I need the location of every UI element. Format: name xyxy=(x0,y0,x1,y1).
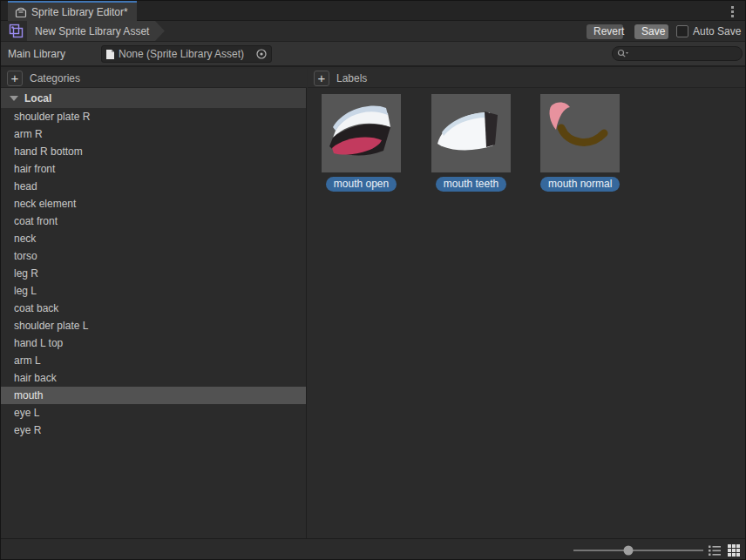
label-name-pill[interactable]: mouth normal xyxy=(540,177,620,192)
category-item[interactable]: hand L top xyxy=(1,334,306,352)
sprite-library-asset-icon xyxy=(9,24,24,38)
slider-knob[interactable] xyxy=(623,546,633,556)
auto-save-checkbox[interactable] xyxy=(676,25,688,37)
window-menu-button[interactable] xyxy=(726,3,738,19)
category-item[interactable]: arm L xyxy=(1,352,306,369)
category-item[interactable]: leg R xyxy=(1,265,306,282)
label-name-pill[interactable]: mouth open xyxy=(326,177,397,192)
category-item[interactable]: neck xyxy=(1,230,306,247)
main-library-label: Main Library xyxy=(8,48,65,60)
add-category-button[interactable]: + xyxy=(7,71,23,86)
mouth-open-sprite-thumbnail xyxy=(322,94,401,172)
labels-title: Labels xyxy=(336,72,367,84)
category-item[interactable]: neck element xyxy=(1,195,306,213)
category-item[interactable]: eye L xyxy=(1,404,306,422)
labels-header: + Labels xyxy=(308,69,746,88)
categories-title: Categories xyxy=(30,72,80,84)
mouth-normal-sprite-thumbnail xyxy=(540,94,620,172)
labels-panel: mouth open mouth teeth mouth normal xyxy=(308,88,746,538)
category-item[interactable]: coat front xyxy=(1,213,306,230)
tab-sprite-library-editor[interactable]: Sprite Library Editor* xyxy=(8,1,137,21)
auto-save-label: Auto Save xyxy=(693,25,741,37)
toolbar: New Sprite Library Asset Revert Save Aut… xyxy=(1,21,745,42)
search-input[interactable] xyxy=(631,49,737,59)
main-library-row: Main Library None (Sprite Library Asset) xyxy=(1,42,745,67)
list-view-icon[interactable] xyxy=(708,543,722,557)
asset-file-icon xyxy=(105,49,115,60)
categories-header: + Categories xyxy=(1,69,307,88)
label-card[interactable]: mouth normal xyxy=(540,94,620,192)
local-group-label: Local xyxy=(24,92,51,105)
categories-panel: Local shoulder plate Rarm Rhand R bottom… xyxy=(1,88,307,538)
revert-button[interactable]: Revert xyxy=(587,24,623,39)
object-picker-icon[interactable] xyxy=(255,48,268,60)
local-foldout[interactable]: Local xyxy=(1,88,306,108)
search-field[interactable] xyxy=(612,46,743,61)
breadcrumb-label: New Sprite Library Asset xyxy=(35,25,149,37)
category-item[interactable]: hair front xyxy=(1,160,306,178)
category-item[interactable]: arm R xyxy=(1,125,306,143)
tab-title: Sprite Library Editor* xyxy=(31,6,128,18)
grid-view-icon[interactable] xyxy=(727,543,741,557)
category-item[interactable]: head xyxy=(1,178,306,195)
category-item[interactable]: shoulder plate L xyxy=(1,317,306,334)
sprite-library-editor-window: Sprite Library Editor* New Sprite Librar… xyxy=(0,0,746,560)
label-card[interactable]: mouth teeth xyxy=(431,94,511,192)
category-item[interactable]: leg L xyxy=(1,282,306,300)
breadcrumb-new-sprite-library-asset[interactable]: New Sprite Library Asset xyxy=(27,21,165,41)
category-item[interactable]: mouth xyxy=(1,387,306,404)
footer-bar xyxy=(1,538,745,560)
category-item[interactable]: hand R bottom xyxy=(1,143,306,160)
add-label-button[interactable]: + xyxy=(314,71,329,86)
save-button[interactable]: Save xyxy=(634,24,668,39)
category-list: shoulder plate Rarm Rhand R bottomhair f… xyxy=(1,108,306,439)
label-name-pill[interactable]: mouth teeth xyxy=(436,177,506,192)
category-item[interactable]: hair back xyxy=(1,369,306,387)
label-card[interactable]: mouth open xyxy=(322,94,401,192)
category-item[interactable]: shoulder plate R xyxy=(1,108,306,125)
mouth-teeth-sprite-thumbnail xyxy=(431,94,511,172)
tab-strip: Sprite Library Editor* xyxy=(1,1,745,21)
category-item[interactable]: eye R xyxy=(1,422,306,439)
object-field-value: None (Sprite Library Asset) xyxy=(119,48,255,60)
foldout-arrow-icon xyxy=(10,96,18,101)
category-item[interactable]: coat back xyxy=(1,300,306,317)
category-item[interactable]: torso xyxy=(1,247,306,265)
thumbnail-size-slider[interactable] xyxy=(573,550,703,551)
search-icon xyxy=(617,49,628,58)
main-library-object-field[interactable]: None (Sprite Library Asset) xyxy=(101,45,272,63)
sprite-library-editor-icon xyxy=(15,6,27,18)
